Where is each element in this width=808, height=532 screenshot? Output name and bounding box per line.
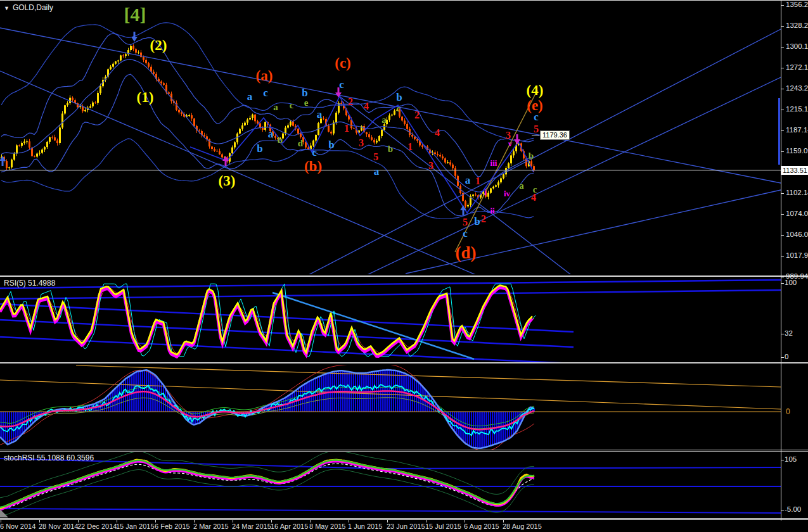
time-tick-label: 23 Jun 2015	[387, 523, 425, 530]
price-tick-mark	[781, 193, 784, 194]
wave-label: a	[268, 129, 274, 139]
stoch-level-label: 105	[785, 456, 797, 464]
wave-label: 2	[481, 214, 486, 224]
symbol-period-label: GOLD,Daily	[13, 3, 53, 12]
wave-label: b	[328, 139, 334, 150]
wave-label: c	[263, 87, 268, 98]
wave-label: (b)	[304, 159, 322, 174]
price-tick-label: 1215.19	[786, 106, 808, 113]
wave-label: c	[534, 111, 539, 122]
trendline-price-label: 1179.36	[540, 130, 570, 140]
price-tick-mark	[781, 68, 784, 68]
wave-label: v	[508, 139, 513, 148]
price-tick-mark	[781, 89, 784, 89]
time-tick-label: 24 Mar 2015	[232, 523, 271, 530]
time-tick-label: 1 Jun 2015	[348, 523, 382, 530]
time-tick-label: 15 Jul 2015	[425, 523, 461, 530]
wave-label: b	[474, 216, 480, 227]
wave-arrow-up	[222, 156, 229, 166]
wave-label: 4	[364, 101, 369, 111]
wave-label: 1	[407, 142, 413, 152]
wave-label: b	[396, 92, 402, 103]
time-tick-label: 2 Mar 2015	[193, 523, 229, 530]
time-tick-label: 16 Apr 2015	[271, 523, 308, 530]
price-tick-label: 1300.19	[786, 43, 808, 51]
price-tick-label: 1159.09	[786, 148, 808, 155]
wave-label: iv	[504, 189, 510, 198]
price-tick-label: 1328.24	[786, 22, 808, 30]
wave-label: 5	[534, 124, 539, 134]
wave-label: b	[529, 151, 534, 161]
wave-label: c	[463, 228, 468, 239]
price-tick-mark	[781, 110, 784, 110]
time-tick-label: 28 Nov 2014	[39, 523, 78, 530]
wave-label: (1)	[137, 90, 154, 104]
dropdown-icon[interactable]: ▼	[4, 5, 10, 11]
price-tick-label: 1017.99	[786, 252, 808, 260]
price-tick-mark	[781, 47, 784, 48]
wave-label: (c)	[335, 56, 351, 70]
stoch-level-label: -5.00	[785, 506, 801, 514]
wave-label: a	[247, 91, 253, 102]
stochrsi-indicator-label: stochRSI 55.1088 60.3596	[4, 454, 94, 462]
price-tick-label: 1356.29	[786, 1, 808, 9]
rsi-pane	[0, 280, 781, 364]
price-tick-mark	[781, 235, 784, 236]
price-tick-mark	[781, 5, 784, 6]
time-tick-label: 8 May 2015	[309, 523, 345, 530]
stochrsi-pane	[0, 451, 781, 516]
rsi-level-label: 100	[785, 279, 797, 287]
time-tick-label: 6 Feb 2015	[155, 523, 190, 530]
time-tick-label: 6 Aug 2015	[464, 523, 499, 530]
chart-window: ▼GOLD,Daily [4](2)(1)(3)(a)(c)(b)(4)(e)(…	[0, 0, 808, 532]
wave-label: 4	[435, 128, 440, 138]
macd-pane	[0, 364, 781, 451]
wave-label: ii	[490, 206, 494, 215]
wave-label: 5	[373, 152, 378, 162]
wave-label: d	[298, 139, 303, 148]
wave-arrow-down	[131, 32, 138, 42]
wave-label: b	[302, 87, 307, 98]
wave-label: b	[257, 143, 262, 154]
wave-label: 3	[428, 161, 433, 171]
wave-label: (a)	[256, 68, 273, 83]
wave-label: a	[317, 109, 323, 120]
price-tick-mark	[781, 151, 784, 152]
wave-label: a	[519, 181, 524, 191]
price-tick-mark	[781, 277, 784, 277]
wave-label: 2	[348, 97, 353, 107]
wave-label: 5	[463, 217, 468, 227]
price-tick-label: 1074.09	[786, 210, 808, 218]
price-tick-label: 1272.14	[786, 64, 808, 72]
wave-label: 4	[531, 193, 536, 203]
price-tick-mark	[781, 130, 784, 131]
price-tick-label: 1187.14	[786, 127, 808, 134]
time-tick-label: 22 Dec 2014	[77, 523, 117, 530]
time-tick-label: 28 Aug 2015	[503, 523, 542, 530]
price-tick-label: 1046.04	[786, 231, 808, 239]
current-price-label: 1133.51	[781, 166, 808, 175]
time-tick-label: 15 Jan 2015	[116, 523, 155, 530]
wave-label: a	[374, 166, 380, 177]
wave-label: (4)	[527, 83, 544, 98]
time-tick-label: 6 Nov 2014	[0, 523, 35, 530]
macd-zero-label: 0	[786, 408, 790, 415]
price-tick-mark	[781, 214, 784, 215]
wave-label: c	[397, 104, 401, 113]
wave-label: iii	[491, 159, 497, 167]
wave-label: e	[304, 98, 309, 108]
chart-canvas[interactable]	[0, 0, 808, 532]
price-tick-label: 1102.14	[786, 189, 808, 197]
rsi-indicator-label: RSI(5) 51.4988	[4, 279, 55, 287]
price-tick-label: 1243.24	[786, 85, 808, 92]
wave-label: b	[278, 136, 283, 145]
wave-label: b	[388, 144, 393, 154]
wave-label: a	[382, 115, 387, 125]
wave-label: (2)	[150, 38, 167, 53]
scroll-corner-icon[interactable]	[0, 509, 8, 517]
wave-label: 3	[359, 138, 364, 148]
price-tick-mark	[781, 26, 784, 27]
wave-label: i	[484, 188, 487, 196]
wave-label: c	[290, 101, 294, 110]
wave-label: a	[465, 175, 471, 186]
